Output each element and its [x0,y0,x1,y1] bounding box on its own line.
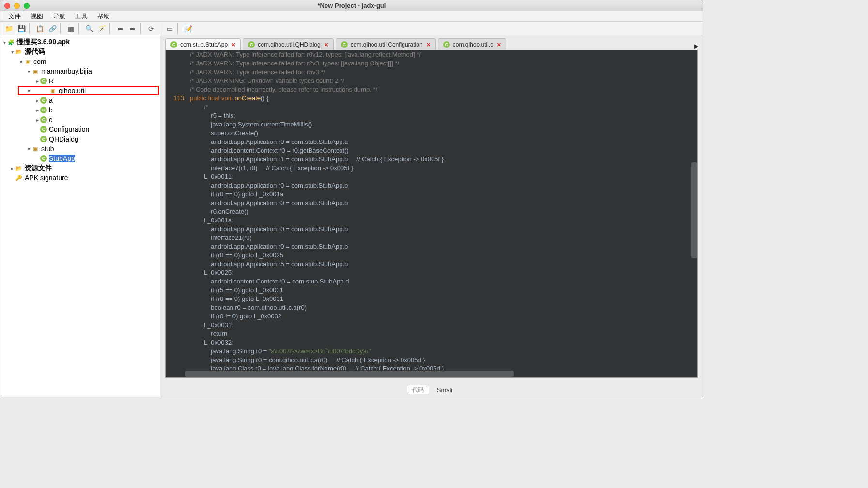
maximize-window-button[interactable] [24,3,30,9]
code-line[interactable]: android.app.Application r0 = com.stub.St… [166,181,698,190]
code-line[interactable]: L_0x001a: [166,216,698,225]
tree-apksig[interactable]: APK signature [25,174,68,182]
tree-StubApp[interactable]: StubApp [49,155,75,162]
code-line[interactable]: java.lang.String r0 = com.qihoo.util.c.a… [166,356,698,364]
menu-help[interactable]: 帮助 [93,11,115,22]
code-line[interactable]: L_0x0032: [166,338,698,347]
code-line[interactable]: if (r5 == 0) goto L_0x0031 [166,286,698,295]
tree-Configuration[interactable]: Configuration [49,126,89,133]
code-line[interactable]: android.app.Application r0 = com.stub.St… [166,242,698,251]
close-icon[interactable]: × [325,41,328,48]
tree-toggle-icon[interactable]: ▾ [26,146,31,152]
code-line[interactable]: android.content.Context r0 = com.stub.St… [166,277,698,286]
menu-tools[interactable]: 工具 [70,11,93,22]
tree-toggle-icon[interactable]: ▸ [34,117,40,123]
horizontal-scrollbar[interactable] [185,370,691,377]
sync-icon[interactable]: 🔗 [46,23,58,34]
tab-configuration[interactable]: Ccom.qihoo.util.Configuration× [336,38,436,50]
tree-qihoo[interactable]: qihoo.util [59,87,86,94]
search-icon[interactable]: 🔍 [83,23,95,34]
menu-nav[interactable]: 导航 [48,11,70,22]
smali-view-toggle[interactable]: Smali [433,386,457,394]
code-line[interactable]: interface21(r0) [166,234,698,242]
tree-a[interactable]: a [49,96,53,104]
close-icon[interactable]: × [232,41,235,48]
tree-manmanbuy[interactable]: manmanbuy.bijia [41,67,92,75]
code-line[interactable]: L_0x0025: [166,268,698,277]
copy-icon[interactable]: 📋 [34,23,46,34]
code-line[interactable]: android.app.Application r0 = com.stub.St… [166,199,698,207]
tree-com[interactable]: com [33,58,46,65]
tree-resources[interactable]: 资源文件 [25,164,52,173]
code-line[interactable]: 113public final void onCreate() { [166,94,698,103]
tab-stubapp[interactable]: Ccom.stub.StubApp× [165,38,241,50]
tree-toggle-icon[interactable]: ▾ [26,88,31,94]
menu-view[interactable]: 视图 [26,11,48,22]
code-line[interactable]: /* JADX WARN: Type inference failed for:… [166,68,698,77]
code-line[interactable]: L_0x0011: [166,173,698,181]
code-line[interactable]: android.app.Application r0 = com.stub.St… [166,138,698,146]
tab-qhdialog[interactable]: Ccom.qihoo.util.QHDialog× [243,38,334,50]
close-icon[interactable]: × [427,41,431,48]
close-icon[interactable]: × [497,41,501,48]
code-line[interactable]: L_0x0031: [166,321,698,330]
project-tree[interactable]: ▾🧩慢慢买3.6.90.apk ▾📂源代码 ▾▣com ▾▣manmanbuy.… [0,35,160,397]
layout-icon[interactable]: ▦ [65,23,77,34]
code-line[interactable]: if (r0 == 0) goto L_0x001a [166,190,698,199]
code-line[interactable]: r5 = this; [166,111,698,120]
save-icon[interactable]: 💾 [16,23,27,34]
tree-toggle-icon[interactable]: ▸ [34,79,40,84]
code-line[interactable]: return [166,330,698,338]
tab-overflow-icon[interactable]: ▶ [692,42,701,50]
code-line[interactable]: boolean r0 = com.qihoo.util.c.a(r0) [166,303,698,312]
code-line[interactable]: android.app.Application r5 = com.stub.St… [166,260,698,268]
code-view-toggle[interactable]: 代码 [407,385,429,394]
vertical-scrollbar[interactable] [691,50,698,370]
tree-toggle-icon[interactable]: ▸ [34,98,40,103]
code-line[interactable]: r0.onCreate() [166,207,698,216]
wand-icon[interactable]: 🪄 [96,23,108,34]
tree-source[interactable]: 源代码 [25,47,45,56]
tree-toggle-icon[interactable]: ▾ [26,69,31,74]
tree-toggle-icon[interactable]: ▾ [18,59,24,64]
code-line[interactable]: /* JADX WARN: Type inference failed for:… [166,50,698,59]
code-line[interactable]: if (r0 == 0) goto L_0x0031 [166,295,698,303]
tree-QHDialog[interactable]: QHDialog [49,135,78,143]
code-line[interactable]: if (r0 == 0) goto L_0x0025 [166,251,698,260]
code-line[interactable]: android.app.Application r1 = com.stub.St… [166,155,698,164]
tree-stub[interactable]: stub [41,145,54,153]
tab-c[interactable]: Ccom.qihoo.util.c× [438,38,507,50]
log-icon[interactable]: 📝 [182,23,194,34]
code-line[interactable]: java.lang.String r0 = "s\u007f}>zw>rx>Bu… [166,347,698,356]
refresh-icon[interactable]: ⟳ [145,23,157,34]
code-line[interactable]: android.content.Context r0 = r0.getBaseC… [166,146,698,155]
code-line[interactable]: super.onCreate() [166,129,698,138]
open-file-icon[interactable]: 📁 [3,23,15,34]
code-line[interactable]: interface7(r1, r0) // Catch:{ Exception … [166,164,698,173]
code-editor[interactable]: /* JADX WARN: Type inference failed for:… [165,50,698,378]
back-icon[interactable]: ⬅ [114,23,126,34]
code-line[interactable]: /* [166,103,698,111]
code-line[interactable]: java.lang.System.currentTimeMillis() [166,120,698,129]
close-window-button[interactable] [4,3,10,9]
code-line[interactable]: /* JADX WARN: Type inference failed for:… [166,59,698,68]
code-line[interactable]: android.app.Application r0 = com.stub.St… [166,225,698,234]
minimize-window-button[interactable] [14,3,20,9]
code-text: L_0x0025: [190,268,233,277]
tree-toggle-icon[interactable]: ▸ [9,166,15,171]
line-number [166,234,190,242]
line-number [166,277,190,286]
tree-toggle-icon[interactable]: ▾ [1,40,7,45]
tree-R[interactable]: R [49,77,54,85]
deobfuscate-icon[interactable]: ▭ [164,23,175,34]
tree-b[interactable]: b [49,106,53,114]
forward-icon[interactable]: ➡ [127,23,139,34]
tree-toggle-icon[interactable]: ▸ [34,108,40,113]
tree-root[interactable]: 慢慢买3.6.90.apk [17,38,70,47]
tree-toggle-icon[interactable]: ▾ [9,49,15,55]
code-line[interactable]: if (r0 != 0) goto L_0x0032 [166,312,698,321]
code-line[interactable]: /* JADX WARNING: Unknown variable types … [166,77,698,85]
menu-file[interactable]: 文件 [3,11,26,22]
tree-c[interactable]: c [49,116,52,124]
code-line[interactable]: /* Code decompiled incorrectly, please r… [166,85,698,94]
